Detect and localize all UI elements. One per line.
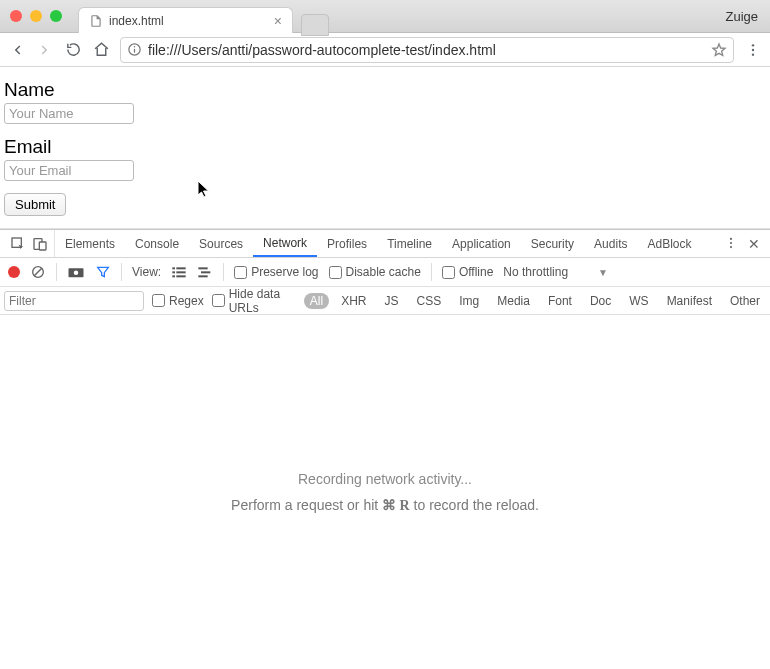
file-icon <box>89 14 103 28</box>
svg-rect-19 <box>176 271 185 273</box>
svg-rect-21 <box>176 275 185 277</box>
offline-checkbox[interactable]: Offline <box>442 265 493 279</box>
record-button[interactable] <box>8 266 20 278</box>
svg-point-10 <box>730 241 732 243</box>
reload-button[interactable] <box>64 41 82 59</box>
email-input[interactable] <box>4 160 134 181</box>
filter-chip-other[interactable]: Other <box>724 293 766 309</box>
throttling-select[interactable]: No throttling▼ <box>503 265 608 279</box>
filter-input[interactable] <box>4 291 144 311</box>
network-filter-bar: Regex Hide data URLs AllXHRJSCSSImgMedia… <box>0 287 770 315</box>
filter-toggle-icon[interactable] <box>95 264 111 280</box>
disable-cache-checkbox[interactable]: Disable cache <box>329 265 421 279</box>
traffic-lights <box>10 10 62 22</box>
email-label: Email <box>4 136 766 158</box>
tab-title: index.html <box>109 14 268 28</box>
hide-data-urls-checkbox[interactable]: Hide data URLs <box>212 287 296 315</box>
name-label: Name <box>4 79 766 101</box>
devtools-tab-sources[interactable]: Sources <box>189 230 253 257</box>
devtools-menu-icon[interactable] <box>724 236 738 252</box>
devtools-tab-adblock[interactable]: AdBlock <box>637 230 701 257</box>
browser-menu-icon[interactable] <box>744 41 762 59</box>
svg-rect-17 <box>176 267 185 269</box>
svg-rect-22 <box>198 267 207 269</box>
devtools-tab-security[interactable]: Security <box>521 230 584 257</box>
regex-checkbox[interactable]: Regex <box>152 294 204 308</box>
view-list-icon[interactable] <box>171 266 187 278</box>
name-input[interactable] <box>4 103 134 124</box>
network-toolbar: View: Preserve log Disable cache Offline… <box>0 258 770 287</box>
preserve-log-checkbox[interactable]: Preserve log <box>234 265 318 279</box>
svg-rect-23 <box>201 271 210 273</box>
capture-screenshot-icon[interactable] <box>67 265 85 279</box>
devtools-tab-timeline[interactable]: Timeline <box>377 230 442 257</box>
url-input[interactable] <box>148 42 705 58</box>
svg-rect-8 <box>39 242 46 250</box>
filter-chip-media[interactable]: Media <box>491 293 536 309</box>
filter-chip-img[interactable]: Img <box>453 293 485 309</box>
filter-chip-manifest[interactable]: Manifest <box>661 293 718 309</box>
close-window-button[interactable] <box>10 10 22 22</box>
devtools-tab-network[interactable]: Network <box>253 230 317 257</box>
svg-point-3 <box>752 44 754 46</box>
network-empty-state: Recording network activity... Perform a … <box>0 315 770 669</box>
browser-toolbar <box>0 33 770 67</box>
address-bar[interactable] <box>120 37 734 63</box>
back-button[interactable] <box>8 41 26 59</box>
svg-point-11 <box>730 246 732 248</box>
recording-message: Recording network activity... <box>298 471 472 487</box>
close-tab-icon[interactable]: × <box>274 13 282 29</box>
browser-tab-active[interactable]: index.html × <box>78 7 293 33</box>
svg-point-4 <box>752 48 754 50</box>
profile-name[interactable]: Zuige <box>725 9 758 24</box>
page-content: Name Email Submit <box>0 67 770 229</box>
submit-button[interactable]: Submit <box>4 193 66 216</box>
recording-hint: Perform a request or hit ⌘ R to record t… <box>231 497 539 514</box>
filter-chip-ws[interactable]: WS <box>623 293 654 309</box>
filter-chip-js[interactable]: JS <box>379 293 405 309</box>
site-info-icon[interactable] <box>127 42 142 57</box>
devtools-tab-application[interactable]: Application <box>442 230 521 257</box>
svg-line-13 <box>34 268 42 276</box>
svg-rect-20 <box>172 275 175 277</box>
svg-point-2 <box>134 46 136 48</box>
filter-chip-all[interactable]: All <box>304 293 329 309</box>
new-tab-button[interactable] <box>301 14 329 36</box>
filter-chip-css[interactable]: CSS <box>411 293 448 309</box>
view-frames-icon[interactable] <box>197 266 213 278</box>
svg-point-9 <box>730 237 732 239</box>
bookmark-icon[interactable] <box>711 42 727 58</box>
browser-tabs: index.html × <box>78 0 329 32</box>
filter-chip-font[interactable]: Font <box>542 293 578 309</box>
devtools-tab-elements[interactable]: Elements <box>55 230 125 257</box>
svg-point-15 <box>74 271 79 276</box>
svg-rect-18 <box>172 271 175 273</box>
devtools-panel: ElementsConsoleSourcesNetworkProfilesTim… <box>0 229 770 669</box>
zoom-window-button[interactable] <box>50 10 62 22</box>
filter-chip-xhr[interactable]: XHR <box>335 293 372 309</box>
view-label: View: <box>132 265 161 279</box>
svg-rect-24 <box>198 275 207 277</box>
svg-point-5 <box>752 53 754 55</box>
inspect-element-icon[interactable] <box>10 236 26 252</box>
svg-rect-16 <box>172 267 175 269</box>
devtools-close-icon[interactable]: ✕ <box>748 236 760 252</box>
forward-button[interactable] <box>36 41 54 59</box>
device-toolbar-icon[interactable] <box>32 236 48 252</box>
window-titlebar: index.html × Zuige <box>0 0 770 33</box>
home-button[interactable] <box>92 41 110 59</box>
devtools-tabbar: ElementsConsoleSourcesNetworkProfilesTim… <box>0 230 770 258</box>
devtools-tab-audits[interactable]: Audits <box>584 230 637 257</box>
devtools-tab-profiles[interactable]: Profiles <box>317 230 377 257</box>
clear-icon[interactable] <box>30 264 46 280</box>
devtools-tab-console[interactable]: Console <box>125 230 189 257</box>
filter-chip-doc[interactable]: Doc <box>584 293 617 309</box>
minimize-window-button[interactable] <box>30 10 42 22</box>
